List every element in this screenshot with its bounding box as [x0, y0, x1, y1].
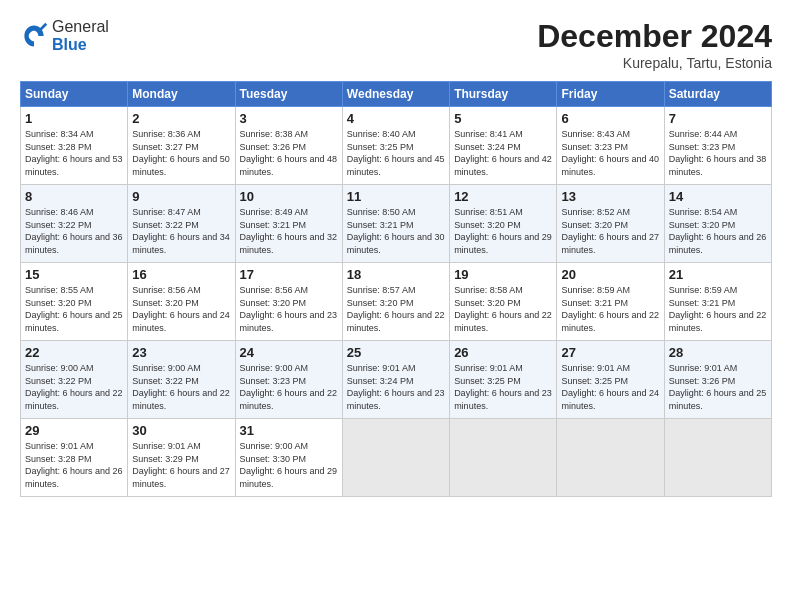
calendar-cell: 12 Sunrise: 8:51 AMSunset: 3:20 PMDaylig… [450, 185, 557, 263]
day-number: 17 [240, 267, 338, 282]
calendar-cell: 2 Sunrise: 8:36 AMSunset: 3:27 PMDayligh… [128, 107, 235, 185]
calendar-cell: 7 Sunrise: 8:44 AMSunset: 3:23 PMDayligh… [664, 107, 771, 185]
calendar-cell: 21 Sunrise: 8:59 AMSunset: 3:21 PMDaylig… [664, 263, 771, 341]
day-info: Sunrise: 8:50 AMSunset: 3:21 PMDaylight:… [347, 206, 445, 256]
calendar-cell: 8 Sunrise: 8:46 AMSunset: 3:22 PMDayligh… [21, 185, 128, 263]
calendar-cell: 11 Sunrise: 8:50 AMSunset: 3:21 PMDaylig… [342, 185, 449, 263]
day-info: Sunrise: 8:54 AMSunset: 3:20 PMDaylight:… [669, 206, 767, 256]
logo-icon [20, 22, 48, 50]
day-info: Sunrise: 8:38 AMSunset: 3:26 PMDaylight:… [240, 128, 338, 178]
weekday-header-saturday: Saturday [664, 82, 771, 107]
calendar-cell: 19 Sunrise: 8:58 AMSunset: 3:20 PMDaylig… [450, 263, 557, 341]
weekday-header-thursday: Thursday [450, 82, 557, 107]
weekday-header-friday: Friday [557, 82, 664, 107]
calendar-cell: 31 Sunrise: 9:00 AMSunset: 3:30 PMDaylig… [235, 419, 342, 497]
day-info: Sunrise: 9:01 AMSunset: 3:25 PMDaylight:… [561, 362, 659, 412]
day-number: 26 [454, 345, 552, 360]
day-info: Sunrise: 8:40 AMSunset: 3:25 PMDaylight:… [347, 128, 445, 178]
day-number: 20 [561, 267, 659, 282]
calendar-cell: 18 Sunrise: 8:57 AMSunset: 3:20 PMDaylig… [342, 263, 449, 341]
calendar-cell [450, 419, 557, 497]
calendar-cell: 15 Sunrise: 8:55 AMSunset: 3:20 PMDaylig… [21, 263, 128, 341]
day-number: 5 [454, 111, 552, 126]
day-info: Sunrise: 8:44 AMSunset: 3:23 PMDaylight:… [669, 128, 767, 178]
calendar-cell: 14 Sunrise: 8:54 AMSunset: 3:20 PMDaylig… [664, 185, 771, 263]
weekday-header-wednesday: Wednesday [342, 82, 449, 107]
week-row-1: 1 Sunrise: 8:34 AMSunset: 3:28 PMDayligh… [21, 107, 772, 185]
calendar-cell: 26 Sunrise: 9:01 AMSunset: 3:25 PMDaylig… [450, 341, 557, 419]
day-number: 8 [25, 189, 123, 204]
day-number: 19 [454, 267, 552, 282]
logo-text: General Blue [52, 18, 109, 53]
day-info: Sunrise: 8:51 AMSunset: 3:20 PMDaylight:… [454, 206, 552, 256]
day-number: 29 [25, 423, 123, 438]
title-block: December 2024 Kurepalu, Tartu, Estonia [537, 18, 772, 71]
day-number: 31 [240, 423, 338, 438]
day-info: Sunrise: 8:43 AMSunset: 3:23 PMDaylight:… [561, 128, 659, 178]
logo-general: General [52, 18, 109, 36]
calendar-cell [664, 419, 771, 497]
day-info: Sunrise: 9:01 AMSunset: 3:29 PMDaylight:… [132, 440, 230, 490]
main-title: December 2024 [537, 18, 772, 55]
day-info: Sunrise: 8:41 AMSunset: 3:24 PMDaylight:… [454, 128, 552, 178]
day-info: Sunrise: 8:34 AMSunset: 3:28 PMDaylight:… [25, 128, 123, 178]
day-number: 24 [240, 345, 338, 360]
day-info: Sunrise: 9:01 AMSunset: 3:24 PMDaylight:… [347, 362, 445, 412]
day-number: 9 [132, 189, 230, 204]
calendar-cell: 9 Sunrise: 8:47 AMSunset: 3:22 PMDayligh… [128, 185, 235, 263]
day-info: Sunrise: 8:55 AMSunset: 3:20 PMDaylight:… [25, 284, 123, 334]
day-number: 28 [669, 345, 767, 360]
calendar-cell: 30 Sunrise: 9:01 AMSunset: 3:29 PMDaylig… [128, 419, 235, 497]
day-number: 25 [347, 345, 445, 360]
day-info: Sunrise: 9:00 AMSunset: 3:30 PMDaylight:… [240, 440, 338, 490]
day-number: 2 [132, 111, 230, 126]
calendar-cell: 22 Sunrise: 9:00 AMSunset: 3:22 PMDaylig… [21, 341, 128, 419]
day-info: Sunrise: 8:49 AMSunset: 3:21 PMDaylight:… [240, 206, 338, 256]
day-info: Sunrise: 9:01 AMSunset: 3:25 PMDaylight:… [454, 362, 552, 412]
calendar-cell: 13 Sunrise: 8:52 AMSunset: 3:20 PMDaylig… [557, 185, 664, 263]
day-info: Sunrise: 8:59 AMSunset: 3:21 PMDaylight:… [561, 284, 659, 334]
calendar-cell: 4 Sunrise: 8:40 AMSunset: 3:25 PMDayligh… [342, 107, 449, 185]
calendar-cell: 10 Sunrise: 8:49 AMSunset: 3:21 PMDaylig… [235, 185, 342, 263]
day-number: 15 [25, 267, 123, 282]
week-row-3: 15 Sunrise: 8:55 AMSunset: 3:20 PMDaylig… [21, 263, 772, 341]
calendar-cell: 5 Sunrise: 8:41 AMSunset: 3:24 PMDayligh… [450, 107, 557, 185]
header: General Blue December 2024 Kurepalu, Tar… [20, 18, 772, 71]
weekday-header-tuesday: Tuesday [235, 82, 342, 107]
calendar-cell [342, 419, 449, 497]
day-info: Sunrise: 8:52 AMSunset: 3:20 PMDaylight:… [561, 206, 659, 256]
day-info: Sunrise: 8:36 AMSunset: 3:27 PMDaylight:… [132, 128, 230, 178]
week-row-5: 29 Sunrise: 9:01 AMSunset: 3:28 PMDaylig… [21, 419, 772, 497]
calendar-cell: 24 Sunrise: 9:00 AMSunset: 3:23 PMDaylig… [235, 341, 342, 419]
calendar: SundayMondayTuesdayWednesdayThursdayFrid… [20, 81, 772, 497]
day-number: 1 [25, 111, 123, 126]
day-number: 4 [347, 111, 445, 126]
day-number: 3 [240, 111, 338, 126]
day-info: Sunrise: 9:01 AMSunset: 3:26 PMDaylight:… [669, 362, 767, 412]
day-number: 10 [240, 189, 338, 204]
day-number: 30 [132, 423, 230, 438]
week-row-2: 8 Sunrise: 8:46 AMSunset: 3:22 PMDayligh… [21, 185, 772, 263]
calendar-cell: 29 Sunrise: 9:01 AMSunset: 3:28 PMDaylig… [21, 419, 128, 497]
day-number: 23 [132, 345, 230, 360]
calendar-cell: 6 Sunrise: 8:43 AMSunset: 3:23 PMDayligh… [557, 107, 664, 185]
calendar-cell: 20 Sunrise: 8:59 AMSunset: 3:21 PMDaylig… [557, 263, 664, 341]
day-info: Sunrise: 8:46 AMSunset: 3:22 PMDaylight:… [25, 206, 123, 256]
weekday-header-monday: Monday [128, 82, 235, 107]
calendar-cell: 23 Sunrise: 9:00 AMSunset: 3:22 PMDaylig… [128, 341, 235, 419]
calendar-cell [557, 419, 664, 497]
day-number: 7 [669, 111, 767, 126]
calendar-cell: 17 Sunrise: 8:56 AMSunset: 3:20 PMDaylig… [235, 263, 342, 341]
day-number: 13 [561, 189, 659, 204]
day-info: Sunrise: 8:56 AMSunset: 3:20 PMDaylight:… [240, 284, 338, 334]
calendar-cell: 28 Sunrise: 9:01 AMSunset: 3:26 PMDaylig… [664, 341, 771, 419]
day-info: Sunrise: 8:56 AMSunset: 3:20 PMDaylight:… [132, 284, 230, 334]
logo-blue: Blue [52, 36, 109, 54]
day-info: Sunrise: 9:00 AMSunset: 3:23 PMDaylight:… [240, 362, 338, 412]
calendar-cell: 27 Sunrise: 9:01 AMSunset: 3:25 PMDaylig… [557, 341, 664, 419]
day-number: 12 [454, 189, 552, 204]
day-info: Sunrise: 8:57 AMSunset: 3:20 PMDaylight:… [347, 284, 445, 334]
day-number: 14 [669, 189, 767, 204]
calendar-cell: 25 Sunrise: 9:01 AMSunset: 3:24 PMDaylig… [342, 341, 449, 419]
day-number: 22 [25, 345, 123, 360]
